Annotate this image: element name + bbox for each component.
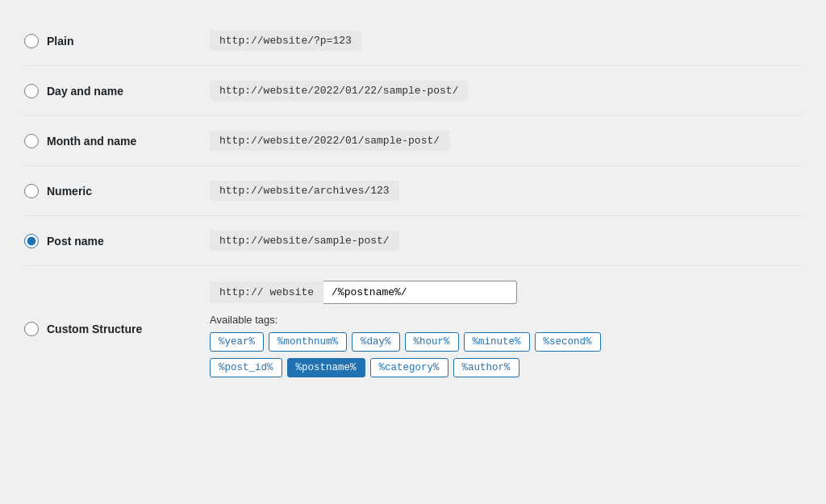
radio-plain[interactable] — [24, 34, 39, 48]
radio-text-numeric: Numeric — [47, 185, 92, 198]
tag-btn-minute[interactable]: %minute% — [464, 332, 530, 352]
permalink-row-numeric: Numerichttp://website/archives/123 — [24, 166, 802, 216]
radio-label-month-and-name[interactable]: Month and name — [24, 134, 194, 148]
radio-text-post-name: Post name — [47, 235, 104, 248]
radio-month-and-name[interactable] — [24, 134, 39, 148]
radio-label-custom-structure[interactable]: Custom Structure — [24, 322, 194, 336]
tag-btn-hour[interactable]: %hour% — [405, 332, 459, 352]
url-preview-post-name: http://website/sample-post/ — [210, 231, 399, 251]
tag-btn-author[interactable]: %author% — [453, 358, 519, 377]
tags-row-1: %year%%monthnum%%day%%hour%%minute%%seco… — [210, 332, 601, 352]
radio-text-custom-structure: Custom Structure — [47, 323, 142, 335]
radio-numeric[interactable] — [24, 184, 39, 198]
radio-text-plain: Plain — [47, 35, 73, 48]
url-preview-numeric: http://website/archives/123 — [210, 181, 399, 201]
tag-btn-postname[interactable]: %postname% — [287, 358, 365, 377]
tag-btn-second[interactable]: %second% — [535, 332, 601, 352]
radio-text-month-and-name: Month and name — [47, 135, 136, 148]
tag-btn-day[interactable]: %day% — [352, 332, 400, 352]
permalink-row-day-and-name: Day and namehttp://website/2022/01/22/sa… — [24, 66, 802, 116]
available-tags-label: Available tags: — [210, 314, 601, 326]
url-preview-plain: http://website/?p=123 — [210, 31, 361, 51]
tag-btn-year[interactable]: %year% — [210, 332, 264, 352]
radio-label-post-name[interactable]: Post name — [24, 234, 194, 248]
permalink-settings: Plainhttp://website/?p=123Day and nameht… — [24, 16, 802, 392]
radio-label-plain[interactable]: Plain — [24, 34, 194, 48]
custom-base-url: http:// website — [210, 281, 323, 303]
radio-label-day-and-name[interactable]: Day and name — [24, 84, 194, 98]
tags-row-2: %post_id%%postname%%category%%author% — [210, 358, 601, 377]
custom-structure-input[interactable] — [323, 281, 517, 304]
permalink-row-month-and-name: Month and namehttp://website/2022/01/sam… — [24, 116, 802, 166]
permalink-row-custom-structure: Custom Structurehttp:// websiteAvailable… — [24, 266, 802, 392]
permalink-row-plain: Plainhttp://website/?p=123 — [24, 16, 802, 66]
url-preview-day-and-name: http://website/2022/01/22/sample-post/ — [210, 81, 468, 101]
radio-post-name[interactable] — [24, 234, 39, 248]
url-preview-month-and-name: http://website/2022/01/sample-post/ — [210, 131, 449, 151]
radio-label-numeric[interactable]: Numeric — [24, 184, 194, 198]
radio-custom-structure[interactable] — [24, 322, 39, 336]
custom-structure-content: http:// websiteAvailable tags:%year%%mon… — [210, 281, 601, 377]
tag-btn-category[interactable]: %category% — [370, 358, 448, 377]
custom-url-row: http:// website — [210, 281, 601, 304]
radio-day-and-name[interactable] — [24, 84, 39, 98]
radio-text-day-and-name: Day and name — [47, 85, 123, 98]
tag-btn-post_id[interactable]: %post_id% — [210, 358, 282, 377]
permalink-row-post-name: Post namehttp://website/sample-post/ — [24, 216, 802, 266]
tag-btn-monthnum[interactable]: %monthnum% — [269, 332, 347, 352]
